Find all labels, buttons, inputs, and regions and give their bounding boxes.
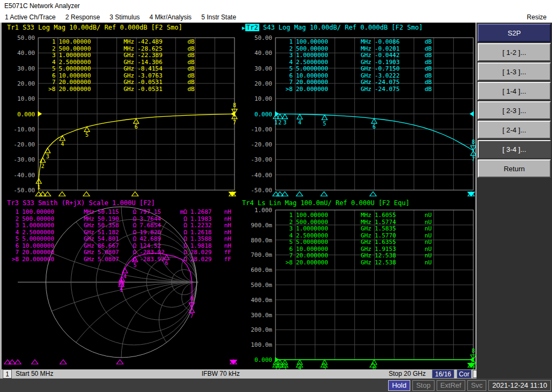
tr4-ylabel: 100.0m xyxy=(251,341,272,348)
svg-text:6: 6 xyxy=(135,124,138,130)
menu-item-3[interactable]: 3 Stimulus xyxy=(105,13,144,21)
tr4-marker-row: 55.0000000GHz1.6355nU xyxy=(279,239,432,246)
softkey-2-4[interactable]: [ 2-4 ]... xyxy=(478,121,551,139)
tr2-stimulus-markers[interactable] xyxy=(273,192,475,197)
tr4-ylabel: 800.0m xyxy=(251,237,272,244)
menu-item-1[interactable]: 1 Active Ch/Trace xyxy=(0,13,60,21)
tr2-ylabel: -50.00 xyxy=(251,187,272,194)
tr1-ylabel: 50.00 xyxy=(17,34,35,41)
tr3-marker-row: 1100.00000MHz50.115Ω797.15mΩ1.2687nH xyxy=(7,209,231,216)
tr4-ylabel: 300.0m xyxy=(251,312,272,319)
tr2-marker-table: 1100.00000MHz-0.0086dB2500.00000MHz-0.02… xyxy=(279,39,432,93)
tr4-marker-row: 1100.00000MHz1.6055nU xyxy=(279,212,432,219)
tr3-stimulus-markers[interactable] xyxy=(4,360,237,365)
tr1-marker-row: 1100.00000MHz-42.489dB xyxy=(42,39,195,46)
tr1-marker-row: 55.0000000GHz-8.4154dB xyxy=(42,66,195,73)
tr1-ref-arrow-left xyxy=(38,111,42,117)
menu-item-2[interactable]: 2 Response xyxy=(60,13,105,21)
tr4-ylabel: 400.0m xyxy=(251,297,272,304)
softkey-title-s2p[interactable]: S2P xyxy=(478,24,551,42)
tr4-ylabel: 700.0m xyxy=(251,251,272,258)
tr1-marker-table: 1100.00000MHz-42.489dB2500.00000MHz-28.6… xyxy=(42,39,195,93)
tr4-ylabel: 0.000 xyxy=(254,356,272,363)
svg-text:5: 5 xyxy=(323,121,326,127)
svg-text:4: 4 xyxy=(298,120,301,125)
tr1-ylabel: 10.00 xyxy=(17,95,35,102)
softkey-return[interactable]: Return xyxy=(478,159,551,178)
tr2-ylabel: -10.00 xyxy=(251,126,272,133)
tr3-markers[interactable]: 12345678 xyxy=(119,255,195,319)
svg-text:3: 3 xyxy=(46,153,49,159)
tr1-ylabel: 40.00 xyxy=(17,50,35,57)
tr2-ylabel: -40.00 xyxy=(251,172,272,179)
start-frequency: Start 50 MHz xyxy=(16,369,53,379)
svg-text:8: 8 xyxy=(233,102,236,108)
menu-item-5[interactable]: 5 Instr State xyxy=(196,13,241,21)
tr4-ylabel: 600.0m xyxy=(251,267,272,274)
svg-text:2: 2 xyxy=(278,120,281,125)
svg-text:2: 2 xyxy=(41,163,44,169)
tr3-smith-graph: Tr3 S33 Smith (R+jX) Scale 1.000U [F2]12… xyxy=(2,198,240,369)
datetime-display: 2021-12-24 11:10 xyxy=(488,380,551,391)
tr2-marker-row: >820.000000GHz-24.075dB xyxy=(279,86,432,93)
svg-text:4: 4 xyxy=(61,141,64,147)
svg-text:8: 8 xyxy=(472,348,475,354)
tr1-ylabel: 30.00 xyxy=(17,65,35,72)
svg-text:3: 3 xyxy=(283,120,286,125)
tr4-ylabel: 900.0m xyxy=(251,222,272,229)
tr3-marker-row: >820.000000GHz5.0807Ω-283.92Ω28.029fF xyxy=(7,256,231,263)
tr4-ylabel: 500.0m xyxy=(251,282,272,289)
stop-frequency: Stop 20 GHz xyxy=(389,369,426,379)
tr1-marker-row: >820.000000GHz-0.0531dB xyxy=(42,86,195,93)
softkey-1-4[interactable]: [ 1-4 ]... xyxy=(478,82,551,100)
svg-text:1: 1 xyxy=(37,184,40,190)
instrument-screen: Tr1 S33 Log Mag 10.00dB/ Ref 0.000dB [F2… xyxy=(0,23,477,379)
svg-text:4: 4 xyxy=(123,274,127,279)
tr2-ylabel: 50.00 xyxy=(254,34,272,41)
svg-text:6: 6 xyxy=(372,124,376,130)
svg-text:3: 3 xyxy=(120,282,123,288)
tr1-ylabel: -10.00 xyxy=(13,126,35,133)
tr1-ylabel: 0.000 xyxy=(17,111,35,118)
tr2-ylabel: 10.00 xyxy=(254,95,272,102)
tr2-graph: ▶Tr2 S43 Log Mag 10.00dB/ Ref 0.000dB [F… xyxy=(240,23,478,198)
stop-indicator: Stop xyxy=(412,380,434,391)
tr1-ylabel: -30.00 xyxy=(13,156,35,163)
tr1-ylabel: -20.00 xyxy=(13,141,35,148)
ifbw-value: IFBW 70 kHz xyxy=(202,369,240,379)
tr3-marker-row: 720.000000GHz5.0807Ω-283.92Ω28.029fF xyxy=(7,249,231,256)
tr2-ylabel: 40.00 xyxy=(254,50,272,57)
window-title: E5071C Network Analyzer xyxy=(0,0,552,12)
softkey-3-4[interactable]: [ 3-4 ]... xyxy=(478,140,551,158)
channel-status-bar: 1 Start 50 MHz IFBW 70 kHz Stop 20 GHz 1… xyxy=(2,369,475,379)
tr1-ylabel: -50.00 xyxy=(13,187,35,194)
tr4-graph: Tr4 Ls Lin Mag 100.0mU/ Ref 0.000U [F2 E… xyxy=(240,198,478,369)
softkey-1-2[interactable]: [ 1-2 ]... xyxy=(478,43,551,61)
tr1-stimulus-markers[interactable] xyxy=(36,192,237,197)
menu-bar: 1 Active Ch/Trace2 Response3 Stimulus4 M… xyxy=(0,12,552,23)
tr3-marker-row: 55.0000000GHz54.801Ω42.689Ω1.3588nH xyxy=(7,236,231,243)
svg-text:5: 5 xyxy=(85,132,88,138)
tr4-marker-row: >820.000000GHz12.538nU xyxy=(279,260,432,267)
svg-text:7: 7 xyxy=(190,313,194,319)
softkey-1-3[interactable]: [ 1-3 ]... xyxy=(478,62,551,81)
tr2-ylabel: 30.00 xyxy=(254,65,272,72)
tr3-marker-row: 31.0000000GHz50.358Ω7.6854Ω1.2232nH xyxy=(7,222,231,229)
svg-text:5: 5 xyxy=(133,262,136,268)
menu-item-4[interactable]: 4 Mkr/Analysis xyxy=(144,13,196,21)
tr4-ylabel: 200.0m xyxy=(251,326,272,333)
svg-text:8: 8 xyxy=(472,139,475,145)
tr1-marker-row: 31.0000000GHz-22.389dB xyxy=(42,52,195,59)
tr2-marker-row: 55.0000000GHz-0.7150dB xyxy=(279,66,432,73)
instrument-status-bar: Hold Stop ExtRef Svc 2021-12-24 11:10 xyxy=(0,379,552,392)
correction-badge: Cor xyxy=(457,369,472,379)
hold-indicator: Hold xyxy=(388,380,410,391)
tr2-ylabel: 20.00 xyxy=(254,80,272,87)
tr1-marker-row: 720.000000GHz-0.0531dB xyxy=(42,79,195,86)
tr4-marker-row: 720.000000GHz12.538nU xyxy=(279,253,432,260)
channel-number: 1 xyxy=(3,369,12,379)
tr2-ylabel: -20.00 xyxy=(251,141,272,148)
tr1-ylabel: 20.00 xyxy=(17,80,35,87)
softkey-2-3[interactable]: [ 2-3 ]... xyxy=(478,101,551,120)
resize-button[interactable]: Resize xyxy=(527,13,552,21)
